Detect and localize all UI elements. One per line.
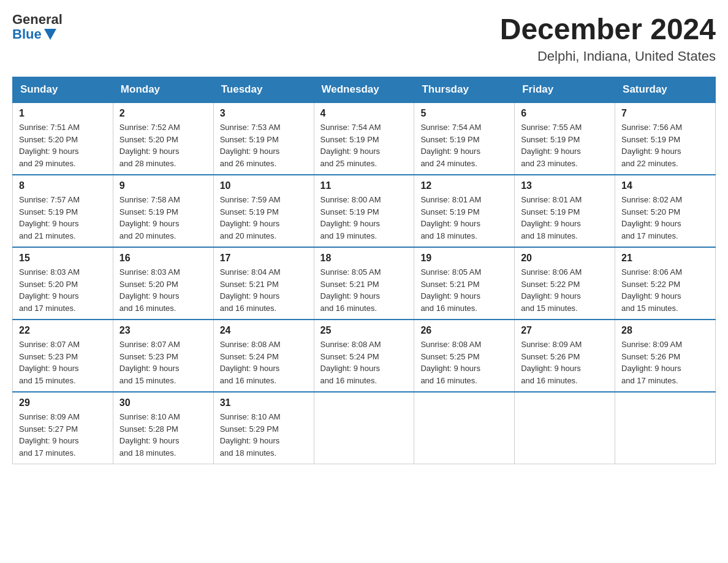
day-cell <box>615 392 716 464</box>
day-cell: 4Sunrise: 7:54 AMSunset: 5:19 PMDaylight… <box>314 102 414 175</box>
day-cell: 21Sunrise: 8:06 AMSunset: 5:22 PMDayligh… <box>615 247 716 320</box>
logo-general-text: General <box>12 12 63 27</box>
header-cell-tuesday: Tuesday <box>213 77 314 103</box>
logo-blue-text: Blue <box>12 27 63 42</box>
day-info: Sunrise: 8:08 AMSunset: 5:25 PMDaylight:… <box>420 339 508 386</box>
day-number: 17 <box>220 253 308 264</box>
day-number: 24 <box>220 325 308 336</box>
day-cell: 10Sunrise: 7:59 AMSunset: 5:19 PMDayligh… <box>213 175 314 247</box>
day-number: 8 <box>19 180 107 191</box>
day-number: 31 <box>220 397 308 408</box>
day-info: Sunrise: 8:09 AMSunset: 5:26 PMDaylight:… <box>621 339 709 386</box>
day-cell: 17Sunrise: 8:04 AMSunset: 5:21 PMDayligh… <box>213 247 314 320</box>
day-number: 16 <box>119 253 207 264</box>
day-number: 21 <box>621 253 709 264</box>
day-number: 29 <box>19 397 107 408</box>
day-number: 7 <box>621 108 709 119</box>
day-cell: 9Sunrise: 7:58 AMSunset: 5:19 PMDaylight… <box>113 175 213 247</box>
day-info: Sunrise: 8:04 AMSunset: 5:21 PMDaylight:… <box>220 266 308 314</box>
day-info: Sunrise: 8:08 AMSunset: 5:24 PMDaylight:… <box>320 339 408 386</box>
day-number: 1 <box>19 108 107 119</box>
day-cell: 18Sunrise: 8:05 AMSunset: 5:21 PMDayligh… <box>314 247 414 320</box>
day-info: Sunrise: 8:07 AMSunset: 5:23 PMDaylight:… <box>119 339 207 386</box>
day-info: Sunrise: 8:06 AMSunset: 5:22 PMDaylight:… <box>521 266 609 314</box>
calendar-title: December 2024 <box>500 12 716 46</box>
day-cell: 20Sunrise: 8:06 AMSunset: 5:22 PMDayligh… <box>515 247 615 320</box>
day-number: 30 <box>119 397 207 408</box>
day-cell: 25Sunrise: 8:08 AMSunset: 5:24 PMDayligh… <box>314 320 414 392</box>
calendar-table: SundayMondayTuesdayWednesdayThursdayFrid… <box>12 77 716 464</box>
week-row-2: 8Sunrise: 7:57 AMSunset: 5:19 PMDaylight… <box>13 175 716 247</box>
day-info: Sunrise: 8:01 AMSunset: 5:19 PMDaylight:… <box>521 194 609 242</box>
day-info: Sunrise: 7:58 AMSunset: 5:19 PMDaylight:… <box>119 194 207 242</box>
day-number: 23 <box>119 325 207 336</box>
header-cell-sunday: Sunday <box>13 77 113 103</box>
day-number: 28 <box>621 325 709 336</box>
day-number: 5 <box>420 108 508 119</box>
day-cell: 11Sunrise: 8:00 AMSunset: 5:19 PMDayligh… <box>314 175 414 247</box>
day-cell: 3Sunrise: 7:53 AMSunset: 5:19 PMDaylight… <box>213 102 314 175</box>
day-info: Sunrise: 8:05 AMSunset: 5:21 PMDaylight:… <box>420 266 508 314</box>
day-cell: 28Sunrise: 8:09 AMSunset: 5:26 PMDayligh… <box>615 320 716 392</box>
day-cell: 12Sunrise: 8:01 AMSunset: 5:19 PMDayligh… <box>414 175 515 247</box>
day-number: 12 <box>420 180 508 191</box>
header-row: SundayMondayTuesdayWednesdayThursdayFrid… <box>13 77 716 103</box>
day-cell: 8Sunrise: 7:57 AMSunset: 5:19 PMDaylight… <box>13 175 113 247</box>
day-number: 14 <box>621 180 709 191</box>
day-number: 19 <box>420 253 508 264</box>
day-info: Sunrise: 8:06 AMSunset: 5:22 PMDaylight:… <box>621 266 709 314</box>
day-info: Sunrise: 8:05 AMSunset: 5:21 PMDaylight:… <box>320 266 408 314</box>
day-cell: 23Sunrise: 8:07 AMSunset: 5:23 PMDayligh… <box>113 320 213 392</box>
day-number: 27 <box>521 325 609 336</box>
day-info: Sunrise: 8:00 AMSunset: 5:19 PMDaylight:… <box>320 194 408 242</box>
day-info: Sunrise: 8:03 AMSunset: 5:20 PMDaylight:… <box>19 266 107 314</box>
header-cell-friday: Friday <box>515 77 615 103</box>
day-cell: 26Sunrise: 8:08 AMSunset: 5:25 PMDayligh… <box>414 320 515 392</box>
day-info: Sunrise: 8:09 AMSunset: 5:27 PMDaylight:… <box>19 411 107 459</box>
day-info: Sunrise: 7:57 AMSunset: 5:19 PMDaylight:… <box>19 194 107 242</box>
day-number: 4 <box>320 108 408 119</box>
day-number: 13 <box>521 180 609 191</box>
day-info: Sunrise: 8:02 AMSunset: 5:20 PMDaylight:… <box>621 194 709 242</box>
day-info: Sunrise: 8:07 AMSunset: 5:23 PMDaylight:… <box>19 339 107 386</box>
day-info: Sunrise: 7:55 AMSunset: 5:19 PMDaylight:… <box>521 121 609 169</box>
day-info: Sunrise: 7:53 AMSunset: 5:19 PMDaylight:… <box>220 121 308 169</box>
day-info: Sunrise: 8:03 AMSunset: 5:20 PMDaylight:… <box>119 266 207 314</box>
logo-triangle-icon <box>44 29 56 40</box>
week-row-5: 29Sunrise: 8:09 AMSunset: 5:27 PMDayligh… <box>13 392 716 464</box>
title-block: December 2024 Delphi, Indiana, United St… <box>500 12 716 64</box>
day-info: Sunrise: 8:09 AMSunset: 5:26 PMDaylight:… <box>521 339 609 386</box>
day-cell <box>515 392 615 464</box>
calendar-body: 1Sunrise: 7:51 AMSunset: 5:20 PMDaylight… <box>13 102 716 464</box>
header-cell-saturday: Saturday <box>615 77 716 103</box>
day-number: 2 <box>119 108 207 119</box>
calendar-subtitle: Delphi, Indiana, United States <box>500 48 716 64</box>
day-info: Sunrise: 8:01 AMSunset: 5:19 PMDaylight:… <box>420 194 508 242</box>
day-number: 22 <box>19 325 107 336</box>
day-number: 3 <box>220 108 308 119</box>
page-header: General Blue December 2024 Delphi, India… <box>12 12 716 64</box>
day-cell: 2Sunrise: 7:52 AMSunset: 5:20 PMDaylight… <box>113 102 213 175</box>
day-cell: 30Sunrise: 8:10 AMSunset: 5:28 PMDayligh… <box>113 392 213 464</box>
calendar-header: SundayMondayTuesdayWednesdayThursdayFrid… <box>13 77 716 103</box>
day-cell: 14Sunrise: 8:02 AMSunset: 5:20 PMDayligh… <box>615 175 716 247</box>
day-number: 26 <box>420 325 508 336</box>
day-cell: 19Sunrise: 8:05 AMSunset: 5:21 PMDayligh… <box>414 247 515 320</box>
day-info: Sunrise: 7:56 AMSunset: 5:19 PMDaylight:… <box>621 121 709 169</box>
day-cell <box>314 392 414 464</box>
week-row-4: 22Sunrise: 8:07 AMSunset: 5:23 PMDayligh… <box>13 320 716 392</box>
day-cell: 15Sunrise: 8:03 AMSunset: 5:20 PMDayligh… <box>13 247 113 320</box>
day-cell <box>414 392 515 464</box>
header-cell-monday: Monday <box>113 77 213 103</box>
header-cell-wednesday: Wednesday <box>314 77 414 103</box>
day-info: Sunrise: 7:51 AMSunset: 5:20 PMDaylight:… <box>19 121 107 169</box>
day-number: 10 <box>220 180 308 191</box>
day-info: Sunrise: 8:10 AMSunset: 5:29 PMDaylight:… <box>220 411 308 459</box>
day-number: 9 <box>119 180 207 191</box>
day-cell: 22Sunrise: 8:07 AMSunset: 5:23 PMDayligh… <box>13 320 113 392</box>
day-cell: 5Sunrise: 7:54 AMSunset: 5:19 PMDaylight… <box>414 102 515 175</box>
day-number: 20 <box>521 253 609 264</box>
day-info: Sunrise: 7:59 AMSunset: 5:19 PMDaylight:… <box>220 194 308 242</box>
day-cell: 24Sunrise: 8:08 AMSunset: 5:24 PMDayligh… <box>213 320 314 392</box>
day-cell: 29Sunrise: 8:09 AMSunset: 5:27 PMDayligh… <box>13 392 113 464</box>
